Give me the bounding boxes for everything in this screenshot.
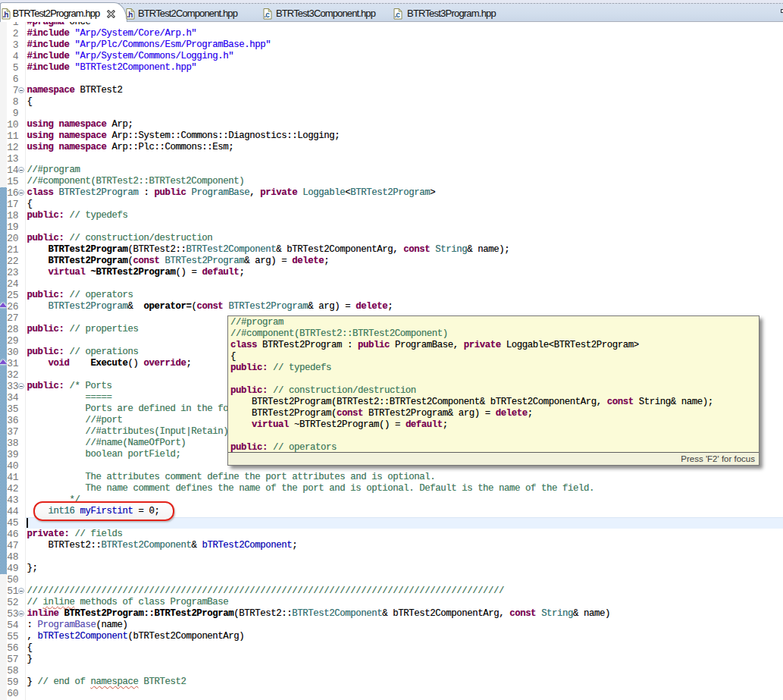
svg-text:.h: .h [127,11,133,19]
svg-text:.c: .c [264,11,270,19]
svg-text:.h: .h [2,11,8,19]
svg-text:.c: .c [394,11,400,19]
